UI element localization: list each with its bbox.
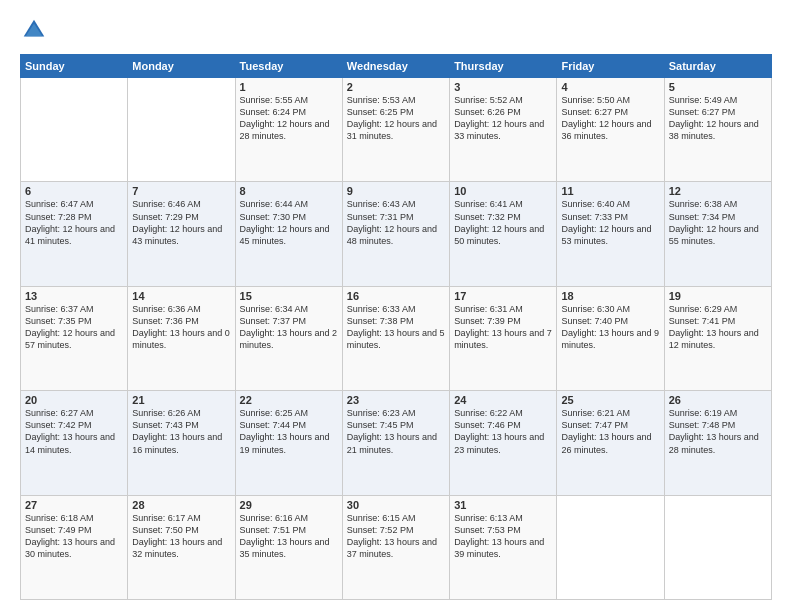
header-day-saturday: Saturday xyxy=(664,55,771,78)
calendar-cell: 15Sunrise: 6:34 AMSunset: 7:37 PMDayligh… xyxy=(235,286,342,390)
week-row-1: 6Sunrise: 6:47 AMSunset: 7:28 PMDaylight… xyxy=(21,182,772,286)
calendar-cell: 17Sunrise: 6:31 AMSunset: 7:39 PMDayligh… xyxy=(450,286,557,390)
day-number: 2 xyxy=(347,81,445,93)
day-info: Sunrise: 6:30 AMSunset: 7:40 PMDaylight:… xyxy=(561,303,659,352)
calendar-cell: 28Sunrise: 6:17 AMSunset: 7:50 PMDayligh… xyxy=(128,495,235,599)
week-row-3: 20Sunrise: 6:27 AMSunset: 7:42 PMDayligh… xyxy=(21,391,772,495)
page: SundayMondayTuesdayWednesdayThursdayFrid… xyxy=(0,0,792,612)
calendar-cell: 4Sunrise: 5:50 AMSunset: 6:27 PMDaylight… xyxy=(557,78,664,182)
day-info: Sunrise: 6:33 AMSunset: 7:38 PMDaylight:… xyxy=(347,303,445,352)
header-day-friday: Friday xyxy=(557,55,664,78)
day-number: 9 xyxy=(347,185,445,197)
day-number: 26 xyxy=(669,394,767,406)
calendar-cell: 6Sunrise: 6:47 AMSunset: 7:28 PMDaylight… xyxy=(21,182,128,286)
calendar-cell: 5Sunrise: 5:49 AMSunset: 6:27 PMDaylight… xyxy=(664,78,771,182)
day-number: 27 xyxy=(25,499,123,511)
day-number: 11 xyxy=(561,185,659,197)
day-number: 21 xyxy=(132,394,230,406)
calendar-cell: 27Sunrise: 6:18 AMSunset: 7:49 PMDayligh… xyxy=(21,495,128,599)
day-info: Sunrise: 6:34 AMSunset: 7:37 PMDaylight:… xyxy=(240,303,338,352)
day-info: Sunrise: 6:17 AMSunset: 7:50 PMDaylight:… xyxy=(132,512,230,561)
calendar-cell: 21Sunrise: 6:26 AMSunset: 7:43 PMDayligh… xyxy=(128,391,235,495)
day-number: 25 xyxy=(561,394,659,406)
calendar-cell: 23Sunrise: 6:23 AMSunset: 7:45 PMDayligh… xyxy=(342,391,449,495)
calendar-cell: 16Sunrise: 6:33 AMSunset: 7:38 PMDayligh… xyxy=(342,286,449,390)
calendar-cell: 8Sunrise: 6:44 AMSunset: 7:30 PMDaylight… xyxy=(235,182,342,286)
day-number: 18 xyxy=(561,290,659,302)
calendar-cell: 26Sunrise: 6:19 AMSunset: 7:48 PMDayligh… xyxy=(664,391,771,495)
calendar-cell: 3Sunrise: 5:52 AMSunset: 6:26 PMDaylight… xyxy=(450,78,557,182)
day-info: Sunrise: 6:13 AMSunset: 7:53 PMDaylight:… xyxy=(454,512,552,561)
day-info: Sunrise: 6:21 AMSunset: 7:47 PMDaylight:… xyxy=(561,407,659,456)
header xyxy=(20,16,772,44)
day-info: Sunrise: 6:46 AMSunset: 7:29 PMDaylight:… xyxy=(132,198,230,247)
day-number: 5 xyxy=(669,81,767,93)
day-info: Sunrise: 6:27 AMSunset: 7:42 PMDaylight:… xyxy=(25,407,123,456)
calendar-cell xyxy=(128,78,235,182)
day-info: Sunrise: 6:31 AMSunset: 7:39 PMDaylight:… xyxy=(454,303,552,352)
day-number: 19 xyxy=(669,290,767,302)
calendar-cell: 29Sunrise: 6:16 AMSunset: 7:51 PMDayligh… xyxy=(235,495,342,599)
calendar-cell: 1Sunrise: 5:55 AMSunset: 6:24 PMDaylight… xyxy=(235,78,342,182)
day-info: Sunrise: 6:43 AMSunset: 7:31 PMDaylight:… xyxy=(347,198,445,247)
header-day-monday: Monday xyxy=(128,55,235,78)
day-number: 28 xyxy=(132,499,230,511)
calendar-cell: 24Sunrise: 6:22 AMSunset: 7:46 PMDayligh… xyxy=(450,391,557,495)
day-number: 10 xyxy=(454,185,552,197)
calendar-cell: 14Sunrise: 6:36 AMSunset: 7:36 PMDayligh… xyxy=(128,286,235,390)
day-number: 12 xyxy=(669,185,767,197)
calendar-cell: 19Sunrise: 6:29 AMSunset: 7:41 PMDayligh… xyxy=(664,286,771,390)
day-info: Sunrise: 6:40 AMSunset: 7:33 PMDaylight:… xyxy=(561,198,659,247)
day-info: Sunrise: 6:47 AMSunset: 7:28 PMDaylight:… xyxy=(25,198,123,247)
day-info: Sunrise: 6:37 AMSunset: 7:35 PMDaylight:… xyxy=(25,303,123,352)
day-number: 1 xyxy=(240,81,338,93)
day-info: Sunrise: 5:52 AMSunset: 6:26 PMDaylight:… xyxy=(454,94,552,143)
calendar-cell: 30Sunrise: 6:15 AMSunset: 7:52 PMDayligh… xyxy=(342,495,449,599)
day-number: 8 xyxy=(240,185,338,197)
day-number: 29 xyxy=(240,499,338,511)
day-number: 16 xyxy=(347,290,445,302)
calendar-cell: 20Sunrise: 6:27 AMSunset: 7:42 PMDayligh… xyxy=(21,391,128,495)
calendar-header: SundayMondayTuesdayWednesdayThursdayFrid… xyxy=(21,55,772,78)
day-info: Sunrise: 5:55 AMSunset: 6:24 PMDaylight:… xyxy=(240,94,338,143)
day-number: 24 xyxy=(454,394,552,406)
day-info: Sunrise: 5:53 AMSunset: 6:25 PMDaylight:… xyxy=(347,94,445,143)
calendar-cell: 25Sunrise: 6:21 AMSunset: 7:47 PMDayligh… xyxy=(557,391,664,495)
week-row-4: 27Sunrise: 6:18 AMSunset: 7:49 PMDayligh… xyxy=(21,495,772,599)
calendar-cell: 13Sunrise: 6:37 AMSunset: 7:35 PMDayligh… xyxy=(21,286,128,390)
calendar-cell: 7Sunrise: 6:46 AMSunset: 7:29 PMDaylight… xyxy=(128,182,235,286)
header-day-thursday: Thursday xyxy=(450,55,557,78)
day-info: Sunrise: 6:18 AMSunset: 7:49 PMDaylight:… xyxy=(25,512,123,561)
day-number: 17 xyxy=(454,290,552,302)
day-number: 14 xyxy=(132,290,230,302)
logo-icon xyxy=(20,16,48,44)
calendar-cell xyxy=(557,495,664,599)
day-info: Sunrise: 6:41 AMSunset: 7:32 PMDaylight:… xyxy=(454,198,552,247)
calendar-cell: 11Sunrise: 6:40 AMSunset: 7:33 PMDayligh… xyxy=(557,182,664,286)
calendar-table: SundayMondayTuesdayWednesdayThursdayFrid… xyxy=(20,54,772,600)
header-day-sunday: Sunday xyxy=(21,55,128,78)
calendar-cell: 18Sunrise: 6:30 AMSunset: 7:40 PMDayligh… xyxy=(557,286,664,390)
calendar-cell xyxy=(664,495,771,599)
day-info: Sunrise: 6:19 AMSunset: 7:48 PMDaylight:… xyxy=(669,407,767,456)
calendar-cell: 10Sunrise: 6:41 AMSunset: 7:32 PMDayligh… xyxy=(450,182,557,286)
week-row-0: 1Sunrise: 5:55 AMSunset: 6:24 PMDaylight… xyxy=(21,78,772,182)
calendar-cell: 12Sunrise: 6:38 AMSunset: 7:34 PMDayligh… xyxy=(664,182,771,286)
header-row: SundayMondayTuesdayWednesdayThursdayFrid… xyxy=(21,55,772,78)
day-number: 20 xyxy=(25,394,123,406)
day-info: Sunrise: 6:16 AMSunset: 7:51 PMDaylight:… xyxy=(240,512,338,561)
calendar-cell: 2Sunrise: 5:53 AMSunset: 6:25 PMDaylight… xyxy=(342,78,449,182)
day-info: Sunrise: 6:38 AMSunset: 7:34 PMDaylight:… xyxy=(669,198,767,247)
day-number: 6 xyxy=(25,185,123,197)
logo xyxy=(20,16,52,44)
calendar-cell: 31Sunrise: 6:13 AMSunset: 7:53 PMDayligh… xyxy=(450,495,557,599)
day-info: Sunrise: 6:25 AMSunset: 7:44 PMDaylight:… xyxy=(240,407,338,456)
day-number: 23 xyxy=(347,394,445,406)
calendar-cell xyxy=(21,78,128,182)
day-info: Sunrise: 5:49 AMSunset: 6:27 PMDaylight:… xyxy=(669,94,767,143)
day-number: 22 xyxy=(240,394,338,406)
day-info: Sunrise: 6:22 AMSunset: 7:46 PMDaylight:… xyxy=(454,407,552,456)
calendar-cell: 9Sunrise: 6:43 AMSunset: 7:31 PMDaylight… xyxy=(342,182,449,286)
day-info: Sunrise: 6:26 AMSunset: 7:43 PMDaylight:… xyxy=(132,407,230,456)
week-row-2: 13Sunrise: 6:37 AMSunset: 7:35 PMDayligh… xyxy=(21,286,772,390)
